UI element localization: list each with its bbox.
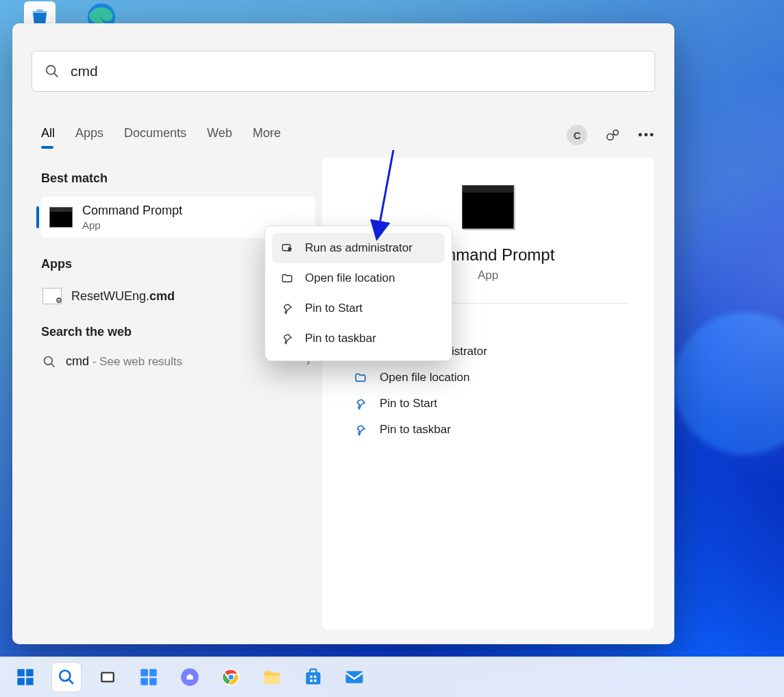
shield-icon [280,241,294,255]
tab-apps[interactable]: Apps [75,126,103,140]
svg-rect-14 [26,678,33,685]
rewards-icon[interactable] [605,127,620,143]
pin-icon [280,302,294,315]
web-hint: - See web results [89,355,182,368]
search-button[interactable] [52,663,81,692]
user-avatar[interactable]: C [567,125,587,145]
svg-rect-21 [140,678,148,685]
svg-rect-13 [17,678,24,685]
svg-point-1 [47,66,56,75]
tab-web[interactable]: Web [207,126,232,140]
context-menu: Run as administrator Open file location … [265,225,452,361]
start-search-window: All Apps Documents Web More ﹀ C ••• Best… [12,23,674,644]
svg-rect-18 [102,674,112,681]
action-pin-taskbar[interactable]: Pin to taskbar [354,423,629,437]
svg-line-6 [51,363,55,367]
taskbar [0,657,784,697]
svg-rect-31 [310,680,313,683]
search-icon [45,64,60,79]
action-pin-start[interactable]: Pin to Start [354,397,629,411]
chrome-button[interactable] [217,663,245,692]
folder-icon [354,371,367,384]
svg-rect-30 [314,676,317,678]
svg-rect-32 [314,680,317,683]
section-best-match: Best match [41,171,315,186]
svg-rect-29 [310,676,313,678]
svg-rect-11 [17,669,24,676]
search-bar[interactable] [32,51,655,92]
tab-more[interactable]: More ﹀ [253,126,281,140]
svg-point-5 [45,356,53,365]
svg-rect-22 [149,678,157,685]
widgets-button[interactable] [134,663,163,692]
file-explorer-button[interactable] [258,663,286,692]
search-input[interactable] [69,62,642,80]
svg-line-16 [69,679,73,683]
tab-all[interactable]: All [41,126,55,140]
command-prompt-icon [49,207,73,228]
svg-point-15 [60,670,70,681]
svg-point-3 [607,134,613,140]
task-view-button[interactable] [93,663,122,692]
command-prompt-large-icon [462,185,514,229]
microsoft-store-button[interactable] [299,663,328,692]
pin-icon [354,423,367,437]
svg-rect-19 [140,669,148,676]
pin-icon [280,332,294,345]
chevron-down-icon: ﹀ [269,129,278,139]
cmd-file-icon [42,288,62,304]
more-options-icon[interactable]: ••• [638,128,655,143]
start-button[interactable] [11,663,40,692]
ctx-open-file-location[interactable]: Open file location [272,263,445,293]
search-filter-tabs: All Apps Documents Web More ﹀ [41,126,281,140]
chat-button[interactable] [175,663,204,692]
action-open-file-location[interactable]: Open file location [354,371,629,384]
svg-rect-33 [346,671,363,683]
folder-icon [280,271,294,285]
svg-rect-20 [149,669,157,676]
best-match-title: Command Prompt [82,204,182,218]
web-query: cmd [66,354,89,368]
tab-documents[interactable]: Documents [124,126,186,140]
apps-result-label: ResetWUEng.cmd [71,289,175,304]
svg-rect-12 [26,669,33,676]
mail-button[interactable] [340,663,369,692]
svg-line-2 [54,73,58,77]
pin-icon [354,397,367,411]
ctx-pin-taskbar[interactable]: Pin to taskbar [272,323,445,354]
ctx-run-administrator[interactable]: Run as administrator [272,233,445,263]
ctx-pin-start[interactable]: Pin to Start [272,293,445,323]
svg-rect-27 [265,676,280,685]
search-icon [42,355,56,369]
svg-rect-28 [306,672,321,685]
best-match-subtitle: App [82,219,182,231]
